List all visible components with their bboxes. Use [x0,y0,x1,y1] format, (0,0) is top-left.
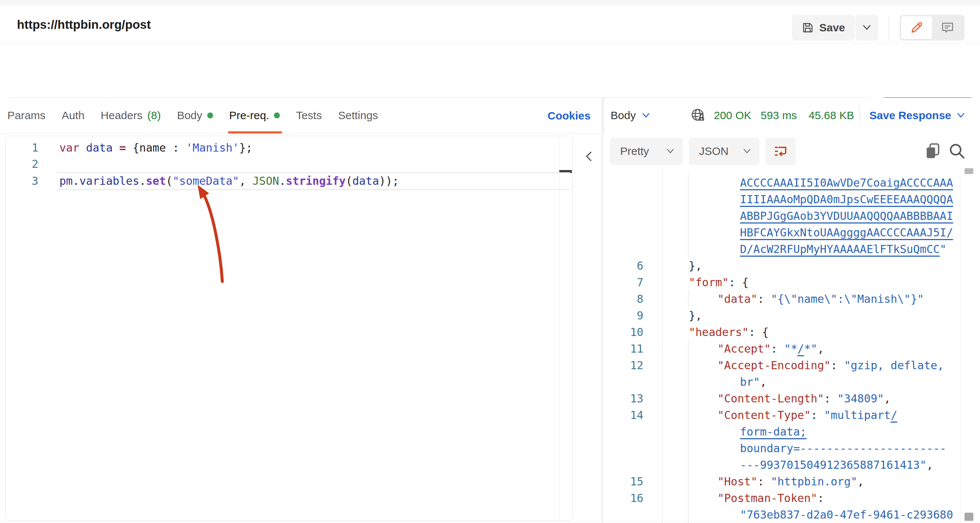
code-segment: , [760,375,767,388]
format-select[interactable]: Pretty [610,137,683,165]
tab-label: Settings [338,109,378,122]
code-segment: }, [689,309,702,322]
cookies-link[interactable]: Cookies [547,98,591,134]
response-row: 14"Content-Type": "multipart/ [605,407,960,423]
indent-guide [688,457,689,473]
code-line[interactable]: 3pm.variables.set("someData", JSON.strin… [57,172,570,190]
headers-count-badge: (8) [147,109,161,122]
format-label: Pretty [620,145,649,158]
indent-guide [688,191,689,208]
chevron-down-icon [956,113,965,118]
code-segment: . [279,174,286,187]
edit-pencil-icon [910,21,923,34]
indent-guide [688,390,689,407]
save-button[interactable]: Save [792,15,854,41]
response-row: 7"form": { [605,274,960,291]
tab-label: Body [177,109,202,122]
response-scrollbar-track[interactable] [960,168,961,523]
code-segment: ---993701504912365887161413" [740,458,926,471]
pre-request-script-editor[interactable]: 1var data = {name : 'Manish'};23pm.varia… [6,136,573,520]
response-row: boundary=---------------------- [605,440,960,457]
response-body-viewer[interactable]: ACCCCAAAII5I0AwVDe7CoaigACCCCAAAIIIIAAAo… [605,168,960,523]
code-text: br", [740,374,767,390]
response-row: 11"Accept": "*/*", [605,340,960,357]
language-label: JSON [699,145,729,158]
indent-guide [688,440,689,457]
response-view-select[interactable]: Body [611,98,651,133]
tab-headers[interactable]: Headers (8) [101,98,161,134]
tab-params[interactable]: Params [7,98,45,134]
response-row: "763eb837-d2a0-47ef-9461-c293680 [605,506,960,523]
line-number: 2 [6,156,38,172]
code-segment: JSON [253,174,279,187]
code-segment: )); [379,174,399,187]
code-text: "Host": "httpbin.org", [718,473,864,490]
request-tabs: Params Auth Headers (8) Body Pre-req. Te… [0,98,602,134]
tab-auth[interactable]: Auth [62,98,84,134]
line-number: 11 [605,340,643,357]
code-segment: "34809" [837,392,884,405]
code-line[interactable]: 2 [6,156,572,172]
response-row: br", [605,374,960,390]
code-segment: / [797,342,804,355]
tab-tests[interactable]: Tests [296,98,322,134]
code-segment: *" [804,342,818,355]
code-text: HBFCAYGkxNtoUAAggggAACCCCAAAJ5I/ [740,224,953,241]
tab-body[interactable]: Body [177,98,213,134]
wrap-text-button[interactable] [765,137,795,165]
scrollbar-bottom-thumb[interactable] [964,513,974,521]
response-row: HBFCAYGkxNtoUAAggggAACCCCAAAJ5I/ [605,224,960,241]
response-row: 16"Postman-Token": [605,490,960,506]
code-text: "Content-Length": "34809", [718,390,891,407]
code-text: "763eb837-d2a0-47ef-9461-c293680 [740,506,953,523]
response-view-label: Body [611,109,636,122]
code-text: boundary=---------------------- [740,440,947,457]
code-segment: , [239,174,253,187]
code-segment: : [757,292,771,305]
collapse-panel-icon[interactable] [582,149,597,164]
indent-guide [688,174,689,191]
code-segment: "* [784,342,797,355]
code-text: ABBPJGgGAob3YVDUUAAQQQQAABBBBAAI [740,208,953,224]
code-segment: "headers" [689,326,749,339]
line-number: 1 [6,140,38,156]
indent-guide [688,407,689,423]
network-globe-icon[interactable] [690,98,706,133]
response-row: 12"Accept-Encoding": "gzip, deflate, [605,357,960,374]
save-response-label: Save Response [869,109,951,122]
meta-divider [859,106,860,125]
panel-divider[interactable] [602,98,603,523]
save-response-button[interactable]: Save Response [869,98,965,133]
response-row: 6}, [605,257,960,274]
app-window: https://httpbin.org/post Save [0,0,980,523]
code-text: "headers": { [689,324,769,340]
code-segment: "Content-Type" [718,409,811,422]
search-response-button[interactable] [948,142,966,160]
response-row: form-data; [605,423,960,440]
code-text: ---993701504912365887161413", [740,457,933,473]
line-number: 15 [605,473,643,490]
save-button-group: Save [792,15,878,41]
code-segment: ( [166,174,173,187]
tab-label: Auth [62,109,84,122]
comments-button[interactable] [932,16,963,39]
language-select[interactable]: JSON [689,137,759,165]
save-options-button[interactable] [855,15,878,41]
indent-guide [688,423,689,440]
response-row: ACCCCAAAII5I0AwVDe7CoaigACCCCAAA [605,174,960,191]
tab-settings[interactable]: Settings [338,98,378,134]
editor-scrollbar[interactable] [559,137,560,520]
response-meta-bar: Body 200 OK 593 ms 45.68 KB Save Respons… [605,98,980,134]
response-scrollbar-thumb[interactable] [964,168,974,174]
tab-label: Tests [296,109,322,122]
chevron-down-icon [862,24,872,31]
tab-pre-request[interactable]: Pre-req. [229,98,280,134]
code-segment: "763eb837-d2a0-47ef-9461-c293680 [740,508,953,521]
code-text: "form": { [689,274,749,291]
code-segment: var [59,141,86,154]
chevron-down-icon [666,148,675,154]
code-line[interactable]: 1var data = {name : 'Manish'}; [6,140,572,156]
edit-mode-button[interactable] [901,16,932,39]
copy-response-button[interactable] [923,142,942,160]
response-rows: ACCCCAAAII5I0AwVDe7CoaigACCCCAAAIIIIAAAo… [605,174,960,523]
